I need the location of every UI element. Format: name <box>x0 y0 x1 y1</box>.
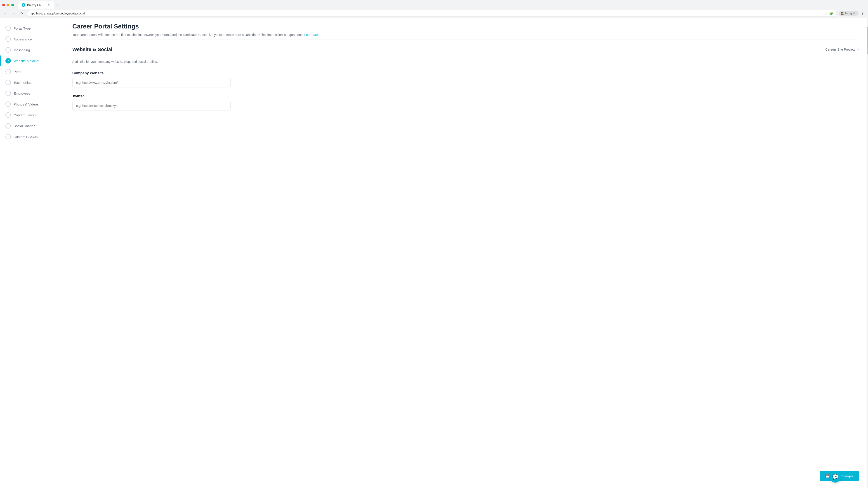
tab-favicon: B <box>22 3 25 7</box>
section-description: Add links for your company website, blog… <box>72 59 859 64</box>
main-content: Career Portal Settings Your career porta… <box>63 18 868 488</box>
tab-label: Breezy HR <box>27 3 41 7</box>
address-icons: ☆ 🧩 <box>825 11 833 15</box>
sidebar-item-content-layout[interactable]: Content Layout <box>0 109 63 121</box>
window-maximize-button[interactable] <box>11 4 14 6</box>
sidebar-icon-portal-type <box>5 26 11 31</box>
chat-bubble[interactable]: 💬 <box>830 471 841 483</box>
twitter-input[interactable] <box>72 101 230 110</box>
sidebar-label-website-social: Website & Social <box>13 59 39 63</box>
incognito-icon: 🕵️ <box>841 12 844 15</box>
scroll-thumb <box>867 27 868 54</box>
back-button[interactable]: ← <box>2 10 8 17</box>
sidebar-icon-messaging <box>5 47 11 53</box>
page-header-area: Career Portal Settings Your career porta… <box>72 18 859 40</box>
scroll-indicator <box>867 18 868 488</box>
sidebar-item-website-social[interactable]: ✓Website & Social <box>0 55 63 66</box>
sidebar-item-testimonials[interactable]: Testimonials <box>0 77 63 88</box>
chat-icon: 💬 <box>832 474 838 480</box>
sidebar-item-social-sharing[interactable]: Social Sharing <box>0 121 63 131</box>
sidebar: Portal TypeAppearanceMessaging✓Website &… <box>0 18 63 488</box>
browser-titlebar: B Breezy HR × + <box>0 0 868 8</box>
active-tab[interactable]: B Breezy HR × <box>18 1 54 8</box>
sidebar-item-custom-css-js[interactable]: Custom CSS/JS <box>0 131 63 142</box>
sidebar-item-employees[interactable]: Employees <box>0 88 63 99</box>
browser-chrome: B Breezy HR × + ← → ↻ app.breezy.hr/app/… <box>0 0 868 18</box>
section-title: Website & Social <box>72 46 112 53</box>
sidebar-icon-custom-css-js <box>5 134 11 139</box>
sidebar-label-perks: Perks <box>13 70 22 74</box>
sidebar-item-messaging[interactable]: Messaging <box>0 44 63 55</box>
new-tab-button[interactable]: + <box>54 2 60 8</box>
sidebar-label-photos-videos: Photos & Videos <box>13 102 39 106</box>
sidebar-icon-testimonials <box>5 80 11 85</box>
url-text: app.breezy.hr/app/c/moodjoy/portal/socia… <box>31 12 823 15</box>
sidebar-icon-content-layout <box>5 112 11 118</box>
sidebar-label-employees: Employees <box>13 92 30 95</box>
sidebar-label-appearance: Appearance <box>13 37 32 41</box>
section-header: Website & Social Careers Site Preview ↗ <box>72 46 859 53</box>
tab-bar: B Breezy HR × + <box>18 1 60 8</box>
sidebar-icon-photos-videos <box>5 101 11 107</box>
window-controls <box>2 4 14 6</box>
sidebar-label-social-sharing: Social Sharing <box>13 124 35 128</box>
nav-bar: ← → ↻ app.breezy.hr/app/c/moodjoy/portal… <box>0 8 868 18</box>
window-close-button[interactable] <box>2 4 5 6</box>
sidebar-icon-website-social: ✓ <box>5 58 11 64</box>
external-link-icon: ↗ <box>857 48 859 51</box>
forward-button[interactable]: → <box>10 10 17 17</box>
browser-actions: 🕵️ Incognito ⋮ <box>839 10 866 17</box>
sidebar-icon-social-sharing <box>5 123 11 129</box>
twitter-label: Twitter <box>72 94 859 98</box>
company-website-input[interactable] <box>72 78 230 88</box>
sidebar-item-portal-type[interactable]: Portal Type <box>0 23 63 34</box>
sidebar-item-appearance[interactable]: Appearance <box>0 34 63 44</box>
careers-preview-link[interactable]: Careers Site Preview ↗ <box>826 48 859 51</box>
careers-preview-label: Careers Site Preview <box>826 48 855 51</box>
sidebar-item-photos-videos[interactable]: Photos & Videos <box>0 99 63 109</box>
learn-more-link[interactable]: Learn More <box>304 33 320 37</box>
extension-icon[interactable]: 🧩 <box>829 11 833 15</box>
address-bar[interactable]: app.breezy.hr/app/c/moodjoy/portal/socia… <box>27 10 837 17</box>
sidebar-label-portal-type: Portal Type <box>13 26 31 30</box>
sidebar-icon-employees <box>5 91 11 96</box>
page-title: Career Portal Settings <box>72 23 859 30</box>
save-icon: 💾 <box>825 474 830 478</box>
incognito-label: Incognito <box>845 12 856 15</box>
window-minimize-button[interactable] <box>7 4 9 6</box>
bookmark-icon[interactable]: ☆ <box>825 11 828 15</box>
incognito-badge: 🕵️ Incognito <box>839 11 859 15</box>
sidebar-label-custom-css-js: Custom CSS/JS <box>13 135 38 139</box>
page-container: Portal TypeAppearanceMessaging✓Website &… <box>0 18 868 488</box>
page-subtitle-text: Your career portal will often be the fir… <box>72 33 303 37</box>
browser-menu-button[interactable]: ⋮ <box>860 10 866 17</box>
twitter-section: Twitter <box>72 94 859 110</box>
sidebar-label-messaging: Messaging <box>13 48 30 52</box>
sidebar-icon-appearance <box>5 36 11 42</box>
reload-button[interactable]: ↻ <box>19 10 25 17</box>
sidebar-item-perks[interactable]: Perks <box>0 66 63 77</box>
page-subtitle: Your career portal will often be the fir… <box>72 32 859 37</box>
sidebar-label-testimonials: Testimonials <box>13 80 32 85</box>
tab-close-button[interactable]: × <box>47 3 51 7</box>
sidebar-label-content-layout: Content Layout <box>13 113 37 117</box>
company-website-label: Company Website <box>72 71 859 75</box>
company-website-section: Company Website <box>72 71 859 88</box>
sidebar-icon-perks <box>5 69 11 74</box>
